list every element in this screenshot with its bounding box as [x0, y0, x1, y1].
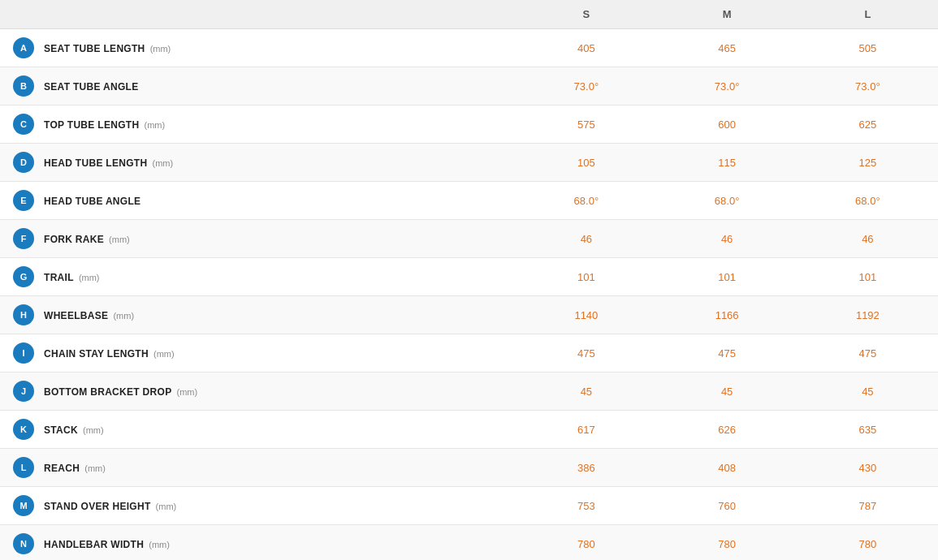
row-unit: (mm): [153, 502, 177, 511]
row-label-text: STAND OVER HEIGHT (mm): [44, 500, 176, 512]
row-unit: (mm): [148, 44, 171, 54]
table-row: CTOP TUBE LENGTH (mm)575600625: [0, 106, 938, 144]
row-val-s: 780: [516, 525, 656, 561]
row-unit: (mm): [149, 158, 173, 168]
row-main-label: WHEELBASE: [44, 310, 108, 321]
row-val-m: 1166: [657, 296, 798, 334]
row-val-m: 46: [657, 220, 798, 258]
row-val-m: 475: [657, 334, 798, 373]
row-label-text: WHEELBASE (mm): [44, 309, 134, 321]
row-val-l: 787: [798, 487, 938, 525]
row-label-cell: ASEAT TUBE LENGTH (mm): [0, 29, 516, 67]
row-badge: D: [13, 152, 34, 173]
row-val-s: 73.0°: [516, 67, 656, 106]
header-l-col: L: [798, 0, 938, 29]
row-badge: F: [13, 228, 34, 249]
row-val-m: 68.0°: [657, 182, 798, 220]
row-val-m: 626: [657, 411, 798, 449]
row-main-label: BOTTOM BRACKET DROP: [44, 386, 171, 398]
row-label-text: FORK RAKE (mm): [44, 233, 130, 245]
row-label-text: CHAIN STAY LENGTH (mm): [44, 347, 175, 360]
row-unit: (mm): [106, 235, 130, 244]
row-main-label: HEAD TUBE ANGLE: [44, 196, 140, 207]
row-main-label: HEAD TUBE LENGTH: [44, 157, 147, 169]
row-val-s: 753: [516, 487, 656, 525]
row-val-l: 101: [798, 258, 938, 296]
row-unit: (mm): [174, 387, 197, 397]
table-row: GTRAIL (mm)101101101: [0, 258, 938, 296]
row-label-cell: DHEAD TUBE LENGTH (mm): [0, 144, 516, 182]
row-main-label: REACH: [44, 463, 80, 474]
row-badge: G: [13, 266, 34, 287]
row-main-label: SEAT TUBE ANGLE: [44, 81, 139, 93]
row-label-cell: LREACH (mm): [0, 449, 516, 487]
row-badge: I: [13, 342, 34, 364]
row-val-s: 68.0°: [516, 182, 656, 220]
row-label-text: STACK (mm): [44, 424, 104, 436]
table-row: BSEAT TUBE ANGLE73.0°73.0°73.0°: [0, 67, 938, 106]
row-badge: C: [13, 114, 34, 135]
table-row: MSTAND OVER HEIGHT (mm)753760787: [0, 487, 938, 525]
row-label-text: SEAT TUBE ANGLE: [44, 80, 139, 93]
table-row: FFORK RAKE (mm)464646: [0, 220, 938, 258]
row-val-l: 46: [798, 220, 938, 258]
row-label-text: SEAT TUBE LENGTH (mm): [44, 42, 171, 54]
row-val-s: 1140: [516, 296, 656, 334]
header-m-col: M: [657, 0, 798, 29]
row-label-cell: KSTACK (mm): [0, 411, 516, 449]
row-unit: (mm): [110, 311, 134, 321]
row-val-m: 760: [657, 487, 798, 525]
row-main-label: SEAT TUBE LENGTH: [44, 43, 145, 54]
row-label-cell: BSEAT TUBE ANGLE: [0, 67, 516, 106]
row-label-text: HEAD TUBE LENGTH (mm): [44, 157, 173, 169]
row-val-s: 617: [516, 411, 656, 449]
row-badge: H: [13, 304, 34, 325]
row-label-cell: EHEAD TUBE ANGLE: [0, 182, 516, 220]
row-label-text: HANDLEBAR WIDTH (mm): [44, 538, 170, 550]
row-unit: (mm): [141, 120, 165, 130]
row-label-cell: ICHAIN STAY LENGTH (mm): [0, 334, 516, 373]
row-main-label: HANDLEBAR WIDTH: [44, 539, 144, 550]
row-badge: J: [13, 381, 34, 402]
row-val-s: 386: [516, 449, 656, 487]
table-row: EHEAD TUBE ANGLE68.0°68.0°68.0°: [0, 182, 938, 220]
row-unit: (mm): [151, 349, 175, 359]
table-row: NHANDLEBAR WIDTH (mm)780780780: [0, 525, 938, 561]
row-val-m: 408: [657, 449, 798, 487]
row-val-m: 115: [657, 144, 798, 182]
row-val-l: 125: [798, 144, 938, 182]
row-val-s: 105: [516, 144, 656, 182]
table-header-row: S M L: [0, 0, 938, 29]
row-badge: B: [13, 75, 34, 97]
row-val-s: 475: [516, 334, 656, 373]
row-val-s: 45: [516, 373, 656, 411]
row-label-cell: JBOTTOM BRACKET DROP (mm): [0, 373, 516, 411]
row-main-label: CHAIN STAY LENGTH: [44, 348, 149, 360]
row-val-m: 45: [657, 373, 798, 411]
row-unit: (mm): [146, 540, 170, 549]
row-val-s: 46: [516, 220, 656, 258]
row-val-m: 465: [657, 29, 798, 67]
row-unit: (mm): [76, 273, 100, 282]
row-badge: A: [13, 37, 34, 58]
row-val-l: 45: [798, 373, 938, 411]
row-val-l: 505: [798, 29, 938, 67]
row-val-l: 68.0°: [798, 182, 938, 220]
row-badge: L: [13, 457, 34, 478]
row-label-text: TRAIL (mm): [44, 271, 100, 283]
row-val-l: 625: [798, 106, 938, 144]
row-label-text: REACH (mm): [44, 462, 106, 474]
row-val-m: 600: [657, 106, 798, 144]
row-val-l: 780: [798, 525, 938, 561]
row-main-label: STACK: [44, 424, 78, 436]
row-val-l: 73.0°: [798, 67, 938, 106]
row-val-s: 101: [516, 258, 656, 296]
row-val-l: 430: [798, 449, 938, 487]
row-label-cell: MSTAND OVER HEIGHT (mm): [0, 487, 516, 525]
row-label-text: BOTTOM BRACKET DROP (mm): [44, 386, 197, 398]
row-label-cell: NHANDLEBAR WIDTH (mm): [0, 525, 516, 561]
row-val-s: 575: [516, 106, 656, 144]
header-label-col: [0, 0, 516, 29]
row-badge: N: [13, 533, 34, 554]
row-val-m: 101: [657, 258, 798, 296]
